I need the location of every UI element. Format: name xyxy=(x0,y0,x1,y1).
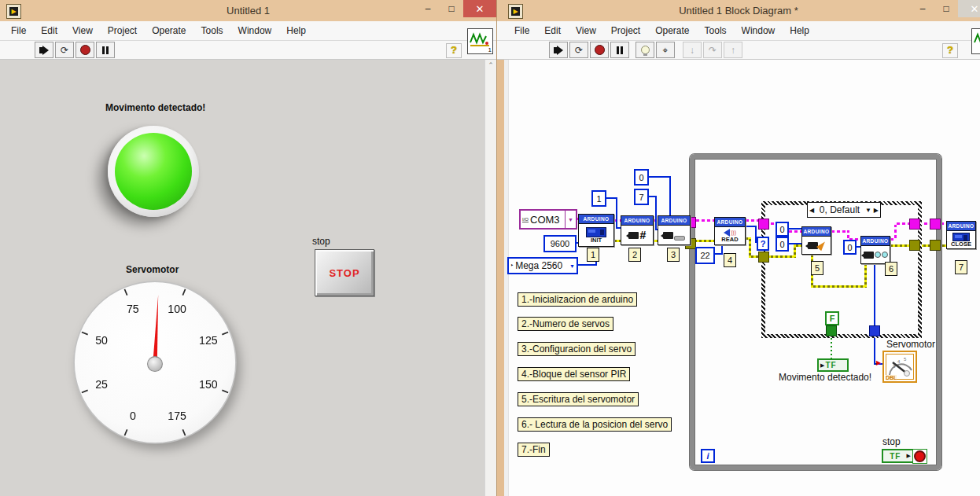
step-out-button[interactable]: ↑ xyxy=(724,42,742,58)
block-tag-1[interactable]: 1 xyxy=(587,248,599,262)
menu-project[interactable]: Project xyxy=(611,25,640,36)
arduino-init-block[interactable]: ARDUINO INIT xyxy=(578,214,614,247)
scrollbar-up-arrow[interactable]: ⌃ xyxy=(485,60,496,71)
panel-vertical-scrollbar[interactable]: ⌃ xyxy=(484,60,496,496)
run-button[interactable] xyxy=(549,42,568,58)
case-dropdown-icon[interactable]: ▼ xyxy=(865,207,871,214)
menu-tools[interactable]: Tools xyxy=(201,25,223,36)
step-over-button[interactable]: ↷ xyxy=(703,42,722,58)
block-tag-5[interactable]: 5 xyxy=(811,261,823,275)
run-continuously-button[interactable]: ⟳ xyxy=(569,42,588,58)
loop-condition-terminal[interactable] xyxy=(912,449,927,464)
motion-led-indicator[interactable] xyxy=(108,126,199,217)
run-button[interactable] xyxy=(35,42,53,58)
loop-iteration-terminal[interactable]: i xyxy=(701,449,715,463)
block-tag-6[interactable]: 6 xyxy=(885,262,897,276)
note-2[interactable]: 2.-Numero de servos xyxy=(518,317,613,331)
abort-button[interactable] xyxy=(590,42,609,58)
baud-rate-constant[interactable]: 9600 xyxy=(543,235,577,252)
menu-tools[interactable]: Tools xyxy=(705,25,727,36)
block-diagram-window-icon[interactable] xyxy=(971,28,980,54)
pir-pin-constant[interactable]: 22 xyxy=(695,247,715,264)
com-dropdown-icon[interactable]: ▼ xyxy=(565,211,576,228)
menu-view[interactable]: View xyxy=(576,25,596,36)
menu-edit[interactable]: Edit xyxy=(544,25,561,36)
menu-file[interactable]: File xyxy=(514,25,529,36)
pin-zero-constant[interactable]: 0 xyxy=(634,169,649,186)
visa-io-glyph: I/O xyxy=(522,217,529,222)
menu-operate[interactable]: Operate xyxy=(152,25,186,36)
board-type-constant[interactable]: ‣ Mega 2560 ▼ xyxy=(507,257,578,274)
stop-button-control[interactable]: STOP xyxy=(315,249,374,296)
step-into-button[interactable]: ↓ xyxy=(683,42,702,58)
menu-project[interactable]: Project xyxy=(108,25,137,36)
menu-file[interactable]: File xyxy=(11,25,26,36)
close-button[interactable]: ✕ xyxy=(463,0,496,17)
arduino-close-block[interactable]: ARDUINO CLOSE xyxy=(946,221,976,249)
case-selector[interactable]: ◀ 0, Default ▼ ▶ xyxy=(807,202,881,218)
stop-control-terminal[interactable]: TF ▶ xyxy=(882,449,914,463)
abort-button[interactable] xyxy=(76,42,94,58)
pause-button[interactable] xyxy=(610,42,629,58)
note-4[interactable]: 4.-Bloque del sensor PIR xyxy=(518,367,630,381)
pause-button[interactable] xyxy=(96,42,115,58)
highlight-execution-button[interactable] xyxy=(636,42,654,58)
servomotor-indicator-terminal[interactable]: 543 DBL xyxy=(882,351,917,383)
board-dropdown-icon[interactable]: ▼ xyxy=(569,263,575,269)
menu-view[interactable]: View xyxy=(72,25,93,36)
case-selector-value[interactable]: 0, Default xyxy=(816,204,863,215)
arduino-servo-read-position-block[interactable]: ARDUINO xyxy=(860,236,890,264)
motion-led-on xyxy=(115,133,192,210)
arduino-servo-write-block[interactable]: ARDUINO xyxy=(801,226,831,255)
context-help-button[interactable]: ? xyxy=(942,43,958,58)
mini-gauge-icon: 543 xyxy=(886,355,913,377)
false-constant[interactable]: F xyxy=(825,311,839,325)
run-icon xyxy=(39,46,49,55)
menu-window[interactable]: Window xyxy=(238,25,272,36)
com-port-constant[interactable]: I/O COM3 ▼ xyxy=(519,209,577,230)
menu-window[interactable]: Window xyxy=(742,25,776,36)
run-continuously-button[interactable]: ⟳ xyxy=(55,42,74,58)
block-tag-7[interactable]: 7 xyxy=(955,260,967,274)
motion-indicator-terminal[interactable]: ▶ TF xyxy=(817,358,849,372)
maximize-button[interactable]: □ xyxy=(934,0,958,17)
step-out-icon: ↑ xyxy=(731,45,735,56)
zero-constant-b[interactable]: 0 xyxy=(776,237,789,252)
maximize-button[interactable]: □ xyxy=(440,0,463,17)
note-7[interactable]: 7.-Fin xyxy=(518,443,550,457)
servo-count-constant[interactable]: 1 xyxy=(591,190,606,207)
note-3[interactable]: 3.-Configuracion del servo xyxy=(518,342,636,356)
menu-help[interactable]: Help xyxy=(790,25,809,36)
servomotor-gauge[interactable]: 0255075100125150175 xyxy=(72,280,238,445)
menu-operate[interactable]: Operate xyxy=(655,25,689,36)
light-bulb-icon xyxy=(641,46,650,54)
block-tag-3[interactable]: 3 xyxy=(667,248,680,262)
context-help-button[interactable]: ? xyxy=(446,43,462,58)
note-6[interactable]: 6.- Lectura de la posicion del servo xyxy=(518,417,672,432)
arduino-board-icon xyxy=(586,227,606,237)
block-tag-2[interactable]: 2 xyxy=(628,248,641,262)
arduino-configure-servo-block[interactable]: ARDUINO xyxy=(658,215,691,245)
block-tag-4[interactable]: 4 xyxy=(724,253,736,267)
front-panel-window-icon[interactable]: 1 xyxy=(467,28,493,54)
servo-icon xyxy=(663,232,673,239)
note-1[interactable]: 1.-Inicializacion de arduino xyxy=(518,292,637,307)
abort-icon xyxy=(80,45,90,55)
minimize-button[interactable]: – xyxy=(911,0,934,17)
zero-constant-a[interactable]: 0 xyxy=(776,222,789,237)
menu-edit[interactable]: Edit xyxy=(41,25,57,36)
front-panel-titlebar[interactable]: ▶ Untitled 1 – □ ✕ xyxy=(0,0,496,21)
note-5[interactable]: 5.-Escritura del servomotor xyxy=(518,392,639,406)
retain-wire-values-button[interactable]: ⌖ xyxy=(656,42,675,58)
block-diagram-titlebar[interactable]: ▶ Untitled 1 Block Diagram * – □ ✕ xyxy=(497,0,980,21)
pin-seven-constant[interactable]: 7 xyxy=(634,189,649,205)
case-next-icon[interactable]: ▶ xyxy=(874,207,879,214)
arduino-digital-read-block[interactable]: ARDUINO ))) READ xyxy=(714,217,746,245)
arduino-set-servo-count-block[interactable]: ARDUINO # xyxy=(621,215,654,245)
zero-constant-c[interactable]: 0 xyxy=(843,240,857,255)
minimize-button[interactable]: – xyxy=(416,0,440,17)
arduino-header: ARDUINO xyxy=(579,215,613,224)
close-button[interactable]: ✕ xyxy=(958,0,980,17)
menu-help[interactable]: Help xyxy=(286,25,306,36)
case-prev-icon[interactable]: ◀ xyxy=(809,207,814,214)
